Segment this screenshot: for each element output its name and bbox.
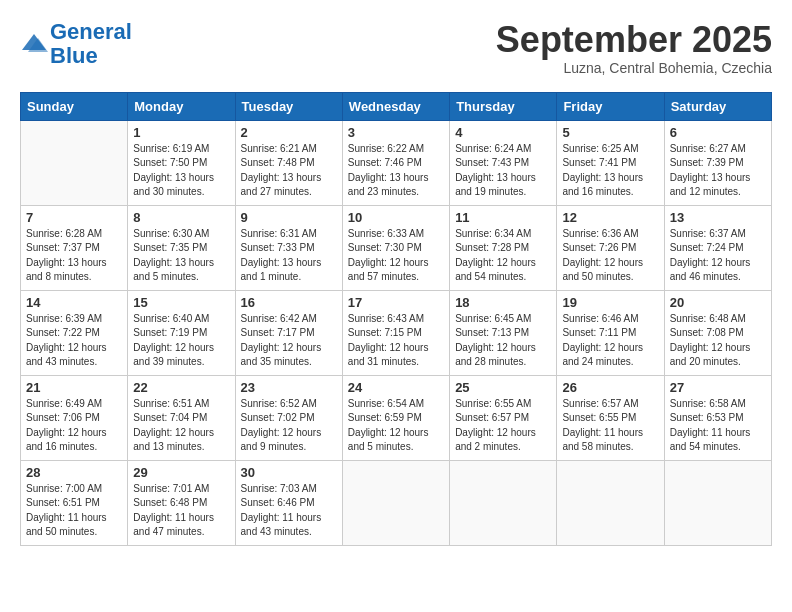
day-info: Sunrise: 7:00 AM Sunset: 6:51 PM Dayligh… <box>26 482 122 540</box>
day-number: 12 <box>562 210 658 225</box>
calendar-week-2: 7Sunrise: 6:28 AM Sunset: 7:37 PM Daylig… <box>21 205 772 290</box>
calendar-cell: 21Sunrise: 6:49 AM Sunset: 7:06 PM Dayli… <box>21 375 128 460</box>
day-number: 26 <box>562 380 658 395</box>
day-info: Sunrise: 6:27 AM Sunset: 7:39 PM Dayligh… <box>670 142 766 200</box>
calendar-cell: 19Sunrise: 6:46 AM Sunset: 7:11 PM Dayli… <box>557 290 664 375</box>
day-number: 28 <box>26 465 122 480</box>
day-info: Sunrise: 6:45 AM Sunset: 7:13 PM Dayligh… <box>455 312 551 370</box>
calendar-cell: 3Sunrise: 6:22 AM Sunset: 7:46 PM Daylig… <box>342 120 449 205</box>
day-number: 8 <box>133 210 229 225</box>
logo-text: General Blue <box>50 20 132 68</box>
calendar-cell: 8Sunrise: 6:30 AM Sunset: 7:35 PM Daylig… <box>128 205 235 290</box>
day-info: Sunrise: 6:31 AM Sunset: 7:33 PM Dayligh… <box>241 227 337 285</box>
day-number: 17 <box>348 295 444 310</box>
day-info: Sunrise: 6:58 AM Sunset: 6:53 PM Dayligh… <box>670 397 766 455</box>
calendar-cell <box>450 460 557 545</box>
day-number: 24 <box>348 380 444 395</box>
calendar-week-3: 14Sunrise: 6:39 AM Sunset: 7:22 PM Dayli… <box>21 290 772 375</box>
calendar-week-5: 28Sunrise: 7:00 AM Sunset: 6:51 PM Dayli… <box>21 460 772 545</box>
day-number: 22 <box>133 380 229 395</box>
title-block: September 2025 Luzna, Central Bohemia, C… <box>496 20 772 76</box>
calendar-cell: 5Sunrise: 6:25 AM Sunset: 7:41 PM Daylig… <box>557 120 664 205</box>
calendar-week-4: 21Sunrise: 6:49 AM Sunset: 7:06 PM Dayli… <box>21 375 772 460</box>
day-info: Sunrise: 7:01 AM Sunset: 6:48 PM Dayligh… <box>133 482 229 540</box>
day-info: Sunrise: 6:46 AM Sunset: 7:11 PM Dayligh… <box>562 312 658 370</box>
day-info: Sunrise: 6:49 AM Sunset: 7:06 PM Dayligh… <box>26 397 122 455</box>
day-info: Sunrise: 6:57 AM Sunset: 6:55 PM Dayligh… <box>562 397 658 455</box>
day-info: Sunrise: 6:19 AM Sunset: 7:50 PM Dayligh… <box>133 142 229 200</box>
calendar-cell: 23Sunrise: 6:52 AM Sunset: 7:02 PM Dayli… <box>235 375 342 460</box>
calendar-cell: 29Sunrise: 7:01 AM Sunset: 6:48 PM Dayli… <box>128 460 235 545</box>
day-number: 5 <box>562 125 658 140</box>
day-number: 30 <box>241 465 337 480</box>
day-info: Sunrise: 6:30 AM Sunset: 7:35 PM Dayligh… <box>133 227 229 285</box>
day-info: Sunrise: 6:51 AM Sunset: 7:04 PM Dayligh… <box>133 397 229 455</box>
day-info: Sunrise: 6:54 AM Sunset: 6:59 PM Dayligh… <box>348 397 444 455</box>
day-number: 2 <box>241 125 337 140</box>
calendar-cell <box>21 120 128 205</box>
day-number: 13 <box>670 210 766 225</box>
day-number: 27 <box>670 380 766 395</box>
calendar-cell: 16Sunrise: 6:42 AM Sunset: 7:17 PM Dayli… <box>235 290 342 375</box>
day-info: Sunrise: 6:37 AM Sunset: 7:24 PM Dayligh… <box>670 227 766 285</box>
day-number: 21 <box>26 380 122 395</box>
calendar-cell: 18Sunrise: 6:45 AM Sunset: 7:13 PM Dayli… <box>450 290 557 375</box>
calendar-cell: 13Sunrise: 6:37 AM Sunset: 7:24 PM Dayli… <box>664 205 771 290</box>
day-number: 7 <box>26 210 122 225</box>
day-info: Sunrise: 6:33 AM Sunset: 7:30 PM Dayligh… <box>348 227 444 285</box>
calendar-cell: 28Sunrise: 7:00 AM Sunset: 6:51 PM Dayli… <box>21 460 128 545</box>
calendar-cell: 12Sunrise: 6:36 AM Sunset: 7:26 PM Dayli… <box>557 205 664 290</box>
day-number: 20 <box>670 295 766 310</box>
day-number: 16 <box>241 295 337 310</box>
calendar-cell: 4Sunrise: 6:24 AM Sunset: 7:43 PM Daylig… <box>450 120 557 205</box>
day-number: 18 <box>455 295 551 310</box>
weekday-header-sunday: Sunday <box>21 92 128 120</box>
calendar-cell: 6Sunrise: 6:27 AM Sunset: 7:39 PM Daylig… <box>664 120 771 205</box>
day-info: Sunrise: 6:36 AM Sunset: 7:26 PM Dayligh… <box>562 227 658 285</box>
calendar-cell: 10Sunrise: 6:33 AM Sunset: 7:30 PM Dayli… <box>342 205 449 290</box>
day-number: 6 <box>670 125 766 140</box>
calendar-cell: 17Sunrise: 6:43 AM Sunset: 7:15 PM Dayli… <box>342 290 449 375</box>
calendar-cell: 15Sunrise: 6:40 AM Sunset: 7:19 PM Dayli… <box>128 290 235 375</box>
day-info: Sunrise: 6:25 AM Sunset: 7:41 PM Dayligh… <box>562 142 658 200</box>
day-number: 3 <box>348 125 444 140</box>
calendar-cell: 14Sunrise: 6:39 AM Sunset: 7:22 PM Dayli… <box>21 290 128 375</box>
location-subtitle: Luzna, Central Bohemia, Czechia <box>496 60 772 76</box>
day-info: Sunrise: 6:42 AM Sunset: 7:17 PM Dayligh… <box>241 312 337 370</box>
day-info: Sunrise: 6:24 AM Sunset: 7:43 PM Dayligh… <box>455 142 551 200</box>
calendar-cell: 7Sunrise: 6:28 AM Sunset: 7:37 PM Daylig… <box>21 205 128 290</box>
day-info: Sunrise: 6:55 AM Sunset: 6:57 PM Dayligh… <box>455 397 551 455</box>
day-info: Sunrise: 6:28 AM Sunset: 7:37 PM Dayligh… <box>26 227 122 285</box>
calendar-cell: 22Sunrise: 6:51 AM Sunset: 7:04 PM Dayli… <box>128 375 235 460</box>
day-info: Sunrise: 6:40 AM Sunset: 7:19 PM Dayligh… <box>133 312 229 370</box>
day-info: Sunrise: 6:52 AM Sunset: 7:02 PM Dayligh… <box>241 397 337 455</box>
calendar-cell: 9Sunrise: 6:31 AM Sunset: 7:33 PM Daylig… <box>235 205 342 290</box>
calendar-cell: 26Sunrise: 6:57 AM Sunset: 6:55 PM Dayli… <box>557 375 664 460</box>
day-info: Sunrise: 6:21 AM Sunset: 7:48 PM Dayligh… <box>241 142 337 200</box>
calendar-cell: 11Sunrise: 6:34 AM Sunset: 7:28 PM Dayli… <box>450 205 557 290</box>
weekday-header-tuesday: Tuesday <box>235 92 342 120</box>
calendar-cell <box>557 460 664 545</box>
day-info: Sunrise: 6:48 AM Sunset: 7:08 PM Dayligh… <box>670 312 766 370</box>
calendar-cell: 27Sunrise: 6:58 AM Sunset: 6:53 PM Dayli… <box>664 375 771 460</box>
day-number: 1 <box>133 125 229 140</box>
day-number: 9 <box>241 210 337 225</box>
day-number: 14 <box>26 295 122 310</box>
day-info: Sunrise: 6:34 AM Sunset: 7:28 PM Dayligh… <box>455 227 551 285</box>
weekday-header-wednesday: Wednesday <box>342 92 449 120</box>
calendar-cell: 1Sunrise: 6:19 AM Sunset: 7:50 PM Daylig… <box>128 120 235 205</box>
logo-line2: Blue <box>50 43 98 68</box>
calendar-cell: 25Sunrise: 6:55 AM Sunset: 6:57 PM Dayli… <box>450 375 557 460</box>
calendar-cell: 30Sunrise: 7:03 AM Sunset: 6:46 PM Dayli… <box>235 460 342 545</box>
day-number: 11 <box>455 210 551 225</box>
logo: General Blue <box>20 20 132 68</box>
day-number: 19 <box>562 295 658 310</box>
day-number: 10 <box>348 210 444 225</box>
month-title: September 2025 <box>496 20 772 60</box>
calendar-cell: 20Sunrise: 6:48 AM Sunset: 7:08 PM Dayli… <box>664 290 771 375</box>
calendar-table: SundayMondayTuesdayWednesdayThursdayFrid… <box>20 92 772 546</box>
weekday-header-friday: Friday <box>557 92 664 120</box>
logo-icon <box>20 30 48 58</box>
weekday-header-row: SundayMondayTuesdayWednesdayThursdayFrid… <box>21 92 772 120</box>
day-info: Sunrise: 6:22 AM Sunset: 7:46 PM Dayligh… <box>348 142 444 200</box>
